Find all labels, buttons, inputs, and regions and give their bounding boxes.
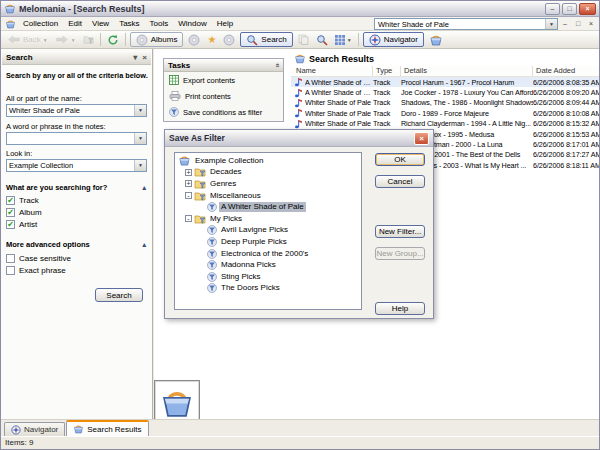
- save-filter-icon: [169, 107, 179, 117]
- collection-button[interactable]: [427, 32, 445, 47]
- zoom-search-button[interactable]: [314, 32, 330, 47]
- advanced-checkbox[interactable]: Exact phrase: [1, 264, 152, 276]
- row-type: Track: [373, 98, 401, 107]
- checkbox-label: Artist: [19, 220, 37, 229]
- mdi-minimize-button[interactable]: –: [560, 18, 570, 29]
- tree-item[interactable]: + Decades: [175, 167, 361, 179]
- menu-item[interactable]: Window: [173, 17, 211, 30]
- advanced-checkbox[interactable]: Case sensitive: [1, 252, 152, 264]
- dialog-close-button[interactable]: ×: [414, 132, 429, 145]
- refresh-button[interactable]: [105, 32, 121, 47]
- toolbar-separator: [358, 33, 359, 46]
- tree-item[interactable]: Madonna Picks: [175, 259, 361, 271]
- collapse-icon[interactable]: ▴: [142, 241, 146, 249]
- copy-button[interactable]: [296, 32, 311, 47]
- type-checkbox[interactable]: Album: [1, 206, 152, 218]
- tree-item[interactable]: Avril Lavigne Picks: [175, 225, 361, 237]
- dialog-title-bar: Save As Filter ×: [165, 130, 433, 147]
- view-mode-button[interactable]: ▼: [333, 32, 354, 47]
- table-row[interactable]: Whiter Shade of Pale Track Richard Clayd…: [291, 119, 599, 129]
- tree-expander-icon[interactable]: -: [185, 215, 192, 222]
- tree-expander-icon[interactable]: -: [185, 192, 192, 199]
- lookin-combo-value: Example Collection: [7, 161, 134, 170]
- mdi-close-button[interactable]: ×: [586, 18, 596, 29]
- notes-combo[interactable]: ▼: [6, 132, 147, 145]
- combo-dropdown-icon[interactable]: ▼: [134, 133, 146, 144]
- search-button[interactable]: Search: [240, 32, 292, 47]
- menu-item[interactable]: Tools: [145, 17, 174, 30]
- table-row[interactable]: Whiter Shade of Pale Track Doro - 1989 -…: [291, 108, 599, 118]
- row-details: Procol Harum - 1967 - Procol Harum: [401, 78, 533, 87]
- new-group-button[interactable]: New Group...: [375, 247, 425, 260]
- collapse-chevron-icon[interactable]: «: [272, 63, 281, 67]
- filter-icon: [207, 260, 217, 270]
- tree-item[interactable]: Deep Purple Picks: [175, 236, 361, 248]
- menu-item[interactable]: Edit: [63, 17, 87, 30]
- tree-item[interactable]: Example Collection: [175, 155, 361, 167]
- table-row[interactable]: Whiter Shade of Pale Track Shadows, The …: [291, 98, 599, 108]
- task-item[interactable]: Save conditions as filter: [164, 104, 283, 120]
- view-tab[interactable]: Search Results: [66, 420, 148, 436]
- tree-expander-icon[interactable]: +: [185, 180, 192, 187]
- minimize-button[interactable]: –: [545, 3, 560, 15]
- checkbox-label: Case sensitive: [19, 254, 71, 263]
- collapse-icon[interactable]: ▴: [142, 184, 146, 192]
- task-item[interactable]: Export contents: [164, 72, 283, 88]
- menu-item[interactable]: Help: [212, 17, 238, 30]
- view-tab[interactable]: Navigator: [4, 422, 65, 436]
- tree-item[interactable]: - My Picks: [175, 213, 361, 225]
- restore-button[interactable]: □: [562, 3, 577, 15]
- pane-search-button[interactable]: Search: [95, 288, 143, 302]
- music-note-icon: [294, 98, 303, 108]
- menu-item[interactable]: Tasks: [114, 17, 144, 30]
- name-combo[interactable]: Whiter Shade of Pale ▼: [6, 104, 147, 117]
- tree-item[interactable]: Electronica of the 2000's: [175, 248, 361, 260]
- ok-button[interactable]: OK: [375, 153, 425, 166]
- navigator-button[interactable]: Navigator: [363, 32, 424, 47]
- column-type[interactable]: Type: [373, 66, 401, 76]
- albums-button[interactable]: Albums: [130, 32, 184, 47]
- column-date-added[interactable]: Date Added: [533, 66, 599, 76]
- forward-button[interactable]: ▼: [53, 32, 78, 47]
- tools-cd-icon: [188, 34, 200, 46]
- tree-item[interactable]: - Miscellaneous: [175, 190, 361, 202]
- favorites-button[interactable]: ★: [205, 32, 218, 47]
- menu-item[interactable]: View: [87, 17, 114, 30]
- tree-item[interactable]: Sting Picks: [175, 271, 361, 283]
- column-name[interactable]: Name: [291, 66, 373, 76]
- combo-dropdown-icon[interactable]: ▼: [545, 19, 557, 29]
- type-checkbox[interactable]: Artist: [1, 218, 152, 230]
- new-filter-button[interactable]: New Filter...: [375, 225, 425, 238]
- column-details[interactable]: Details: [401, 66, 533, 76]
- lookin-combo[interactable]: Example Collection ▼: [6, 159, 147, 172]
- name-combo-value: Whiter Shade of Pale: [7, 106, 134, 115]
- quick-search-combo[interactable]: Whiter Shade of Pale ▼: [374, 18, 558, 30]
- menu-item[interactable]: Collection: [18, 17, 63, 30]
- cd-button[interactable]: [221, 32, 237, 47]
- close-button[interactable]: ×: [579, 3, 596, 15]
- forward-dropdown-icon[interactable]: ▼: [71, 37, 76, 43]
- compass-icon: [369, 34, 381, 46]
- tree-item[interactable]: + Genres: [175, 178, 361, 190]
- up-level-button[interactable]: [81, 32, 96, 47]
- combo-dropdown-icon[interactable]: ▼: [134, 105, 146, 116]
- tree-item[interactable]: The Doors Picks: [175, 283, 361, 295]
- table-row[interactable]: A Whiter Shade of Pale ... Track Procol …: [291, 77, 599, 87]
- task-label: Print contents: [185, 92, 231, 101]
- combo-dropdown-icon[interactable]: ▼: [134, 160, 146, 171]
- back-dropdown-icon[interactable]: ▼: [43, 37, 48, 43]
- help-button[interactable]: Help: [375, 302, 425, 315]
- task-item[interactable]: Print contents: [164, 88, 283, 104]
- table-row[interactable]: A Whiter Shade of Pale Track Joe Cocker …: [291, 87, 599, 97]
- tree-expander-icon[interactable]: +: [185, 169, 192, 176]
- tree-item-label: Madonna Picks: [219, 260, 278, 270]
- mdi-restore-button[interactable]: □: [573, 18, 583, 29]
- cancel-button[interactable]: Cancel: [375, 175, 425, 188]
- pane-close-icon[interactable]: ×: [142, 53, 147, 62]
- back-button[interactable]: Back ▼: [5, 32, 50, 47]
- view-mode-dropdown-icon[interactable]: ▼: [347, 37, 352, 43]
- pane-dropdown-icon[interactable]: ▾: [133, 53, 137, 62]
- type-checkbox[interactable]: Track: [1, 194, 152, 206]
- tree-item[interactable]: A Whiter Shade of Pale: [175, 201, 361, 213]
- tools-cd-button[interactable]: [186, 32, 202, 47]
